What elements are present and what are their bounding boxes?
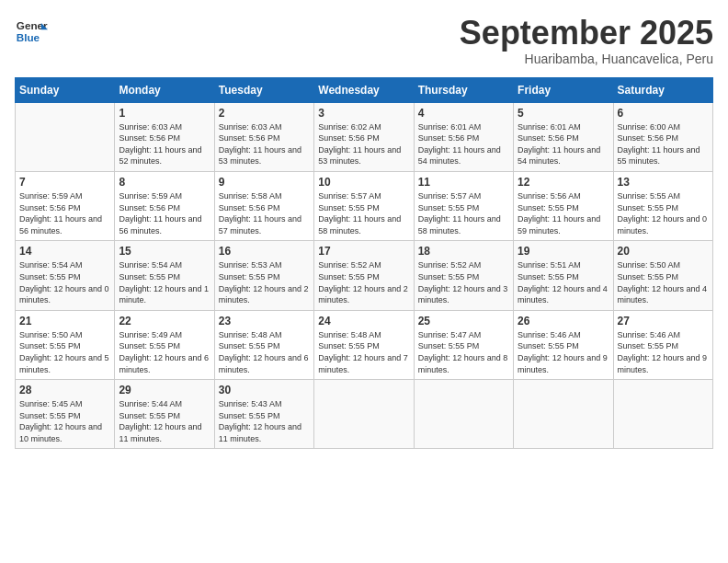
calendar-cell: 29Sunrise: 5:44 AMSunset: 5:55 PMDayligh…	[115, 380, 214, 449]
column-header-monday: Monday	[115, 77, 214, 102]
day-number: 23	[219, 315, 310, 327]
day-detail: Sunrise: 5:59 AMSunset: 5:56 PMDaylight:…	[19, 190, 110, 236]
day-detail: Sunrise: 5:50 AMSunset: 5:55 PMDaylight:…	[618, 259, 709, 305]
day-detail: Sunrise: 5:45 AMSunset: 5:55 PMDaylight:…	[19, 398, 110, 444]
day-detail: Sunrise: 6:02 AMSunset: 5:56 PMDaylight:…	[318, 121, 409, 167]
calendar-cell: 28Sunrise: 5:45 AMSunset: 5:55 PMDayligh…	[16, 380, 115, 449]
header-row: SundayMondayTuesdayWednesdayThursdayFrid…	[16, 77, 713, 102]
day-detail: Sunrise: 6:01 AMSunset: 5:56 PMDaylight:…	[518, 121, 609, 167]
column-header-tuesday: Tuesday	[214, 77, 313, 102]
day-detail: Sunrise: 5:48 AMSunset: 5:55 PMDaylight:…	[318, 329, 409, 375]
day-detail: Sunrise: 5:59 AMSunset: 5:56 PMDaylight:…	[119, 190, 210, 236]
calendar-cell	[613, 380, 712, 449]
day-number: 26	[518, 315, 609, 327]
week-row-4: 21Sunrise: 5:50 AMSunset: 5:55 PMDayligh…	[16, 310, 713, 379]
calendar-cell: 12Sunrise: 5:56 AMSunset: 5:55 PMDayligh…	[514, 171, 613, 240]
day-number: 15	[119, 245, 210, 258]
calendar-cell: 4Sunrise: 6:01 AMSunset: 5:56 PMDaylight…	[414, 102, 513, 171]
title-area: September 2025 Huaribamba, Huancavelica,…	[460, 15, 713, 66]
day-detail: Sunrise: 5:52 AMSunset: 5:55 PMDaylight:…	[418, 259, 509, 305]
day-number: 16	[219, 245, 310, 258]
day-number: 5	[518, 107, 609, 120]
calendar-cell: 5Sunrise: 6:01 AMSunset: 5:56 PMDaylight…	[514, 102, 613, 171]
day-number: 7	[19, 176, 110, 189]
calendar-cell: 22Sunrise: 5:49 AMSunset: 5:55 PMDayligh…	[115, 310, 214, 379]
day-detail: Sunrise: 5:57 AMSunset: 5:55 PMDaylight:…	[418, 190, 509, 236]
calendar-cell: 23Sunrise: 5:48 AMSunset: 5:55 PMDayligh…	[214, 310, 313, 379]
calendar-cell: 14Sunrise: 5:54 AMSunset: 5:55 PMDayligh…	[16, 241, 115, 310]
week-row-3: 14Sunrise: 5:54 AMSunset: 5:55 PMDayligh…	[16, 241, 713, 310]
day-number: 9	[219, 176, 310, 189]
day-detail: Sunrise: 5:51 AMSunset: 5:55 PMDaylight:…	[518, 259, 609, 305]
day-detail: Sunrise: 5:46 AMSunset: 5:55 PMDaylight:…	[518, 329, 609, 375]
day-detail: Sunrise: 5:44 AMSunset: 5:55 PMDaylight:…	[119, 398, 210, 444]
day-number: 30	[219, 384, 310, 396]
week-row-2: 7Sunrise: 5:59 AMSunset: 5:56 PMDaylight…	[16, 171, 713, 240]
day-number: 21	[19, 315, 110, 327]
day-number: 27	[618, 315, 709, 327]
calendar-cell: 24Sunrise: 5:48 AMSunset: 5:55 PMDayligh…	[314, 310, 414, 379]
day-detail: Sunrise: 6:03 AMSunset: 5:56 PMDaylight:…	[219, 121, 310, 167]
day-number: 1	[119, 107, 210, 120]
calendar-cell: 10Sunrise: 5:57 AMSunset: 5:55 PMDayligh…	[314, 171, 414, 240]
calendar-cell	[16, 102, 115, 171]
day-number: 2	[219, 107, 310, 120]
calendar-cell: 9Sunrise: 5:58 AMSunset: 5:56 PMDaylight…	[214, 171, 313, 240]
day-detail: Sunrise: 6:01 AMSunset: 5:56 PMDaylight:…	[418, 121, 509, 167]
day-detail: Sunrise: 5:55 AMSunset: 5:55 PMDaylight:…	[618, 190, 709, 236]
day-detail: Sunrise: 5:57 AMSunset: 5:55 PMDaylight:…	[318, 190, 409, 236]
day-number: 11	[418, 176, 509, 189]
calendar-cell	[314, 380, 414, 449]
calendar-cell: 30Sunrise: 5:43 AMSunset: 5:55 PMDayligh…	[214, 380, 313, 449]
location-subtitle: Huaribamba, Huancavelica, Peru	[460, 52, 713, 66]
column-header-friday: Friday	[514, 77, 613, 102]
column-header-thursday: Thursday	[414, 77, 513, 102]
calendar-cell: 17Sunrise: 5:52 AMSunset: 5:55 PMDayligh…	[314, 241, 414, 310]
day-number: 13	[618, 176, 709, 189]
calendar-cell	[414, 380, 513, 449]
header: General Blue September 2025 Huaribamba, …	[15, 15, 713, 66]
day-number: 24	[318, 315, 409, 327]
day-number: 10	[318, 176, 409, 189]
day-number: 4	[418, 107, 509, 120]
day-number: 14	[19, 245, 110, 258]
day-number: 17	[318, 245, 409, 258]
day-detail: Sunrise: 5:47 AMSunset: 5:55 PMDaylight:…	[418, 329, 509, 375]
column-header-saturday: Saturday	[613, 77, 712, 102]
calendar-cell: 20Sunrise: 5:50 AMSunset: 5:55 PMDayligh…	[613, 241, 712, 310]
day-number: 8	[119, 176, 210, 189]
day-detail: Sunrise: 5:58 AMSunset: 5:56 PMDaylight:…	[219, 190, 310, 236]
day-detail: Sunrise: 5:53 AMSunset: 5:55 PMDaylight:…	[219, 259, 310, 305]
day-detail: Sunrise: 5:46 AMSunset: 5:55 PMDaylight:…	[618, 329, 709, 375]
logo: General Blue	[15, 15, 48, 48]
week-row-5: 28Sunrise: 5:45 AMSunset: 5:55 PMDayligh…	[16, 380, 713, 449]
day-number: 12	[518, 176, 609, 189]
logo-icon: General Blue	[15, 15, 48, 48]
day-number: 19	[518, 245, 609, 258]
day-detail: Sunrise: 5:43 AMSunset: 5:55 PMDaylight:…	[219, 398, 310, 444]
calendar-cell: 18Sunrise: 5:52 AMSunset: 5:55 PMDayligh…	[414, 241, 513, 310]
day-number: 25	[418, 315, 509, 327]
calendar-cell: 1Sunrise: 6:03 AMSunset: 5:56 PMDaylight…	[115, 102, 214, 171]
calendar-cell: 15Sunrise: 5:54 AMSunset: 5:55 PMDayligh…	[115, 241, 214, 310]
day-number: 18	[418, 245, 509, 258]
month-title: September 2025	[460, 15, 713, 52]
calendar-cell: 16Sunrise: 5:53 AMSunset: 5:55 PMDayligh…	[214, 241, 313, 310]
day-detail: Sunrise: 5:48 AMSunset: 5:55 PMDaylight:…	[219, 329, 310, 375]
svg-text:Blue: Blue	[17, 31, 40, 43]
day-detail: Sunrise: 5:54 AMSunset: 5:55 PMDaylight:…	[19, 259, 110, 305]
calendar-cell: 2Sunrise: 6:03 AMSunset: 5:56 PMDaylight…	[214, 102, 313, 171]
calendar-cell: 19Sunrise: 5:51 AMSunset: 5:55 PMDayligh…	[514, 241, 613, 310]
calendar-cell: 7Sunrise: 5:59 AMSunset: 5:56 PMDaylight…	[16, 171, 115, 240]
calendar-cell: 3Sunrise: 6:02 AMSunset: 5:56 PMDaylight…	[314, 102, 414, 171]
day-detail: Sunrise: 6:03 AMSunset: 5:56 PMDaylight:…	[119, 121, 210, 167]
calendar-cell	[514, 380, 613, 449]
calendar-cell: 11Sunrise: 5:57 AMSunset: 5:55 PMDayligh…	[414, 171, 513, 240]
calendar-cell: 6Sunrise: 6:00 AMSunset: 5:56 PMDaylight…	[613, 102, 712, 171]
calendar-cell: 8Sunrise: 5:59 AMSunset: 5:56 PMDaylight…	[115, 171, 214, 240]
day-number: 3	[318, 107, 409, 120]
day-number: 28	[19, 384, 110, 396]
day-detail: Sunrise: 5:49 AMSunset: 5:55 PMDaylight:…	[119, 329, 210, 375]
calendar-table: SundayMondayTuesdayWednesdayThursdayFrid…	[15, 77, 713, 450]
day-detail: Sunrise: 5:56 AMSunset: 5:55 PMDaylight:…	[518, 190, 609, 236]
